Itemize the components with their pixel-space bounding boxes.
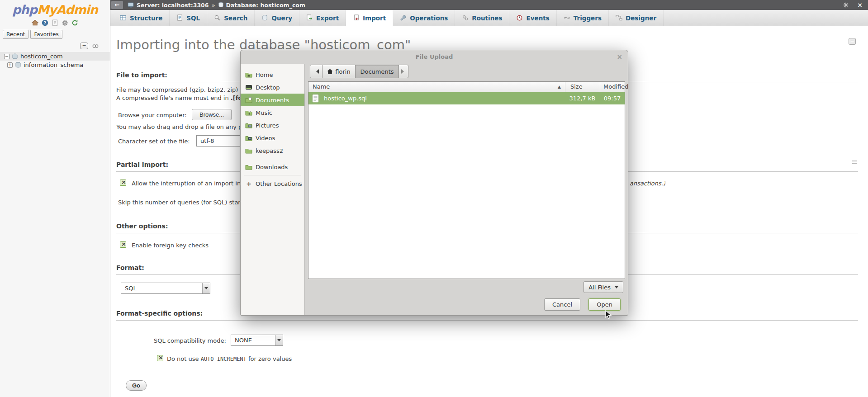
column-name[interactable]: Name▲ [308,82,565,92]
collapse-toggle-icon[interactable]: − [4,54,9,59]
tab-events[interactable]: Events [509,10,556,26]
server-breadcrumb[interactable]: Server: localhost:3306 [137,2,209,9]
documentation-icon[interactable] [51,19,59,27]
nav-controls-row: − [0,40,110,52]
column-modified[interactable]: Modified [600,82,625,92]
recent-button[interactable]: Recent [3,30,28,39]
zero-values-checkbox[interactable] [157,355,163,361]
place-keepass2[interactable]: keepass2 [241,144,304,157]
zero-values-label[interactable]: Do not use AUTO_INCREMENT for zero value… [167,355,292,362]
tab-routines[interactable]: Routines [455,10,509,26]
sql-file-icon [312,94,319,103]
logo-myadmin: MyAdmin [37,3,98,17]
sidebar-separator [244,175,301,175]
dialog-titlebar[interactable]: File Upload× [241,50,628,64]
tab-structure[interactable]: Structure [113,10,170,26]
svg-text:?: ? [44,20,47,25]
window-close-icon[interactable]: × [857,1,863,9]
place-downloads[interactable]: Downloads [241,161,304,173]
foreign-key-checkbox[interactable] [120,241,126,248]
allow-interrupt-label[interactable]: Allow the interruption of an import in c… [132,180,240,187]
sort-ascending-icon: ▲ [558,85,561,89]
file-name: hostico_wp.sql [319,95,565,102]
skip-queries-label: Skip this number of queries (for SQL) st… [118,199,240,206]
foreign-key-label[interactable]: Enable foreign key checks [132,242,209,249]
dialog-main: florin Documents Name▲ Size Modified hos… [305,64,628,315]
allow-interrupt-label-fragment: ansactions.) [630,180,665,187]
charset-label: Character set of the file: [118,138,190,145]
link-icon[interactable] [92,43,99,49]
dropdown-arrow-icon [202,283,210,293]
database-icon [12,53,18,60]
reload-icon[interactable] [71,19,79,27]
place-home[interactable]: Home [241,68,304,81]
dropdown-arrow-icon [275,335,283,345]
dialog-close-icon[interactable]: × [617,50,622,64]
file-type-filter-button[interactable]: All Files [583,281,623,293]
path-forward-button[interactable] [398,65,408,78]
titlebar-controls: × [843,1,868,9]
collapse-page-widget[interactable]: − [849,38,856,45]
tree-item-hosticom-com[interactable]: − hosticom_com [0,52,110,61]
server-icon [128,2,134,9]
file-list-header: Name▲ Size Modified [308,82,625,92]
tab-sql[interactable]: SQL [170,10,207,26]
allow-interrupt-checkbox[interactable] [120,180,126,186]
format-select[interactable]: SQL [121,283,210,294]
favorites-button[interactable]: Favorites [30,30,62,39]
place-videos[interactable]: Videos [241,132,304,144]
nav-icon-row: ? [0,17,110,28]
place-other-locations[interactable]: +Other Locations [241,177,304,190]
help-icon[interactable]: ? [41,19,49,27]
house-icon [327,69,333,74]
collapse-all-button[interactable]: − [80,43,88,49]
tab-search[interactable]: Search [207,10,255,26]
tab-import[interactable]: Import [346,10,393,26]
titlebar-gear-icon[interactable] [843,2,849,8]
tab-triggers[interactable]: Triggers [557,10,609,26]
path-current-dir-button[interactable]: Documents [355,65,399,78]
tree-item-label: information_schema [24,61,83,68]
go-button[interactable]: Go [126,380,147,391]
tab-export[interactable]: Export [299,10,346,26]
tab-operations[interactable]: Operations [393,10,455,26]
file-size: 312,7 kB [565,95,600,102]
file-row-selected[interactable]: hostico_wp.sql 312,7 kB 09:57 [308,92,625,104]
open-button[interactable]: Open [588,298,621,311]
path-back-button[interactable] [310,65,323,78]
compression-note-line2: A compressed file's name must end in .[f… [116,95,241,101]
column-size[interactable]: Size [565,82,600,92]
dialog-body: Home Desktop Documents Music Pictures Vi… [241,64,628,315]
tab-designer[interactable]: Designer [609,10,664,26]
sql-compatibility-label: SQL compatibility mode: [154,337,226,344]
logo-php: php [12,3,37,17]
file-list: Name▲ Size Modified hostico_wp.sql 312,7… [308,81,625,279]
database-icon [218,2,224,8]
home-icon[interactable] [31,19,39,27]
back-button[interactable]: ← [111,1,123,9]
browse-label: Browse your computer: [118,112,187,118]
cancel-button[interactable]: Cancel [544,298,580,311]
dialog-title: File Upload [416,53,453,60]
back-arrow-icon [314,69,319,74]
dragdrop-note: You may also drag and drop a file on any… [116,123,241,130]
place-desktop[interactable]: Desktop [241,81,304,94]
pma-logo[interactable]: phpMyAdmin [0,0,110,17]
tree-item-information-schema[interactable]: + information_schema [0,61,110,69]
pma-navigation-panel: phpMyAdmin ? RecentFavorites − − hostico… [0,0,110,397]
place-documents[interactable]: Documents [241,94,304,106]
database-breadcrumb[interactable]: Database: hosticom_com [226,2,305,9]
sql-compatibility-select[interactable]: NONE [231,335,283,346]
file-modified-time: 09:57 [600,95,625,102]
browse-button[interactable]: Browse... [192,109,232,120]
breadcrumb-separator: » [211,2,215,9]
path-home-button[interactable]: florin [322,65,356,78]
place-music[interactable]: Music [241,106,304,119]
places-sidebar: Home Desktop Documents Music Pictures Vi… [241,64,305,315]
expand-toggle-icon[interactable]: + [7,62,13,68]
database-tab-bar: Structure SQL Search Query Export Import… [110,10,868,26]
tab-query[interactable]: Query [255,10,299,26]
place-pictures[interactable]: Pictures [241,119,304,132]
quick-access-row: RecentFavorites [0,28,110,40]
settings-gear-icon[interactable] [61,19,69,27]
